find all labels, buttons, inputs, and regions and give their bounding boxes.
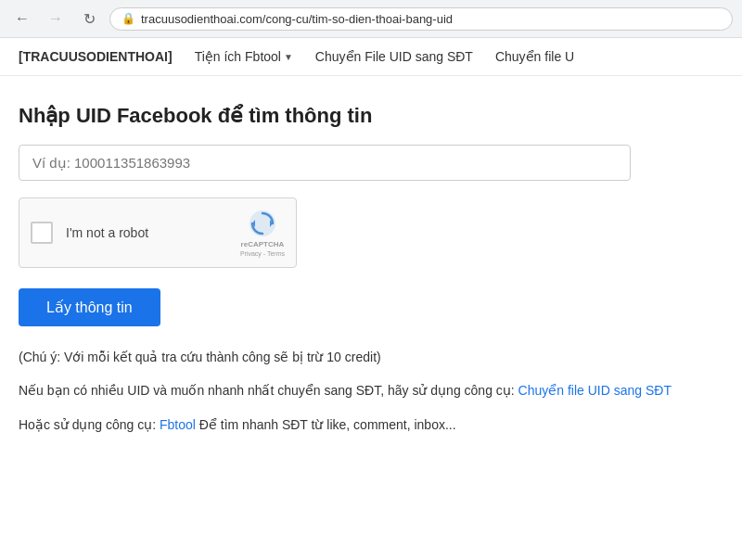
submit-button[interactable]: Lấy thông tin [19, 288, 160, 326]
info-credit-note: (Chú ý: Với mỗi kết quả tra cứu thành cô… [19, 347, 705, 367]
lock-icon: 🔒 [122, 12, 135, 25]
recaptcha-box: I'm not a robot reCAPTCHA Privacy - Term… [19, 197, 297, 268]
recaptcha-checkbox[interactable] [31, 222, 53, 244]
nav-link-fbtool[interactable]: Tiện ích Fbtool [195, 49, 281, 64]
recaptcha-brand: reCAPTCHA [241, 240, 285, 248]
forward-button[interactable]: → [43, 6, 69, 32]
browser-chrome: ← → ↻ 🔒 tracuusodienthoai.com/cong-cu/ti… [0, 0, 742, 38]
back-button[interactable]: ← [9, 6, 35, 32]
address-bar[interactable]: 🔒 tracuusodienthoai.com/cong-cu/tim-so-d… [109, 7, 733, 31]
link-convert-uid[interactable]: Chuyển file UID sang SĐT [518, 383, 672, 398]
info-fbtool-prefix: Hoặc sử dụng công cụ: [19, 417, 156, 432]
recaptcha-icon [248, 209, 277, 238]
link-fbtool[interactable]: Fbtool [160, 417, 196, 432]
recaptcha-logo: reCAPTCHA Privacy - Terms [240, 209, 285, 257]
chevron-down-icon: ▼ [284, 52, 293, 62]
info-fbtool: Hoặc sử dụng công cụ: Fbtool Để tìm nhan… [19, 414, 705, 435]
nav-link-convert-uid[interactable]: Chuyển File UID sang SĐT [315, 49, 473, 64]
site-nav: [TRACUUSODIENTHOAI] Tiện ích Fbtool ▼ Ch… [0, 38, 742, 76]
page-title: Nhập UID Facebook để tìm thông tin [19, 104, 705, 128]
brand-label[interactable]: [TRACUUSODIENTHOAI] [19, 49, 173, 64]
main-content: Nhập UID Facebook để tìm thông tin I'm n… [0, 76, 723, 476]
nav-link-convert-file[interactable]: Chuyển file U [495, 49, 574, 64]
recaptcha-links: Privacy - Terms [240, 250, 285, 257]
url-text: tracuusodienthoai.com/cong-cu/tim-so-die… [141, 12, 453, 26]
nav-item-fbtool[interactable]: Tiện ích Fbtool ▼ [195, 49, 293, 64]
info-bulk-uid: Nếu bạn có nhiều UID và muốn nhanh nhất … [19, 380, 705, 401]
info-bulk-uid-text: Nếu bạn có nhiều UID và muốn nhanh nhất … [19, 383, 515, 398]
info-fbtool-suffix: Để tìm nhanh SĐT từ like, comment, inbox… [199, 417, 456, 432]
uid-input[interactable] [19, 145, 631, 181]
reload-button[interactable]: ↻ [76, 6, 102, 32]
